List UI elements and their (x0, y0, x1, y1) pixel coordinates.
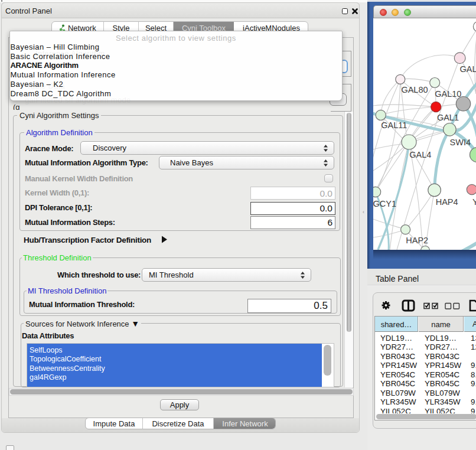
svg-text:HAP2: HAP2 (406, 236, 428, 245)
svg-text:HAP4: HAP4 (436, 197, 458, 207)
svg-text:GAL10: GAL10 (435, 89, 461, 99)
svg-text:GAL11: GAL11 (381, 120, 407, 130)
svg-text:GAL: GAL (460, 64, 476, 74)
svg-text:SWI4: SWI4 (450, 138, 471, 147)
svg-text:GCY1: GCY1 (373, 199, 396, 208)
svg-text:GAL4: GAL4 (409, 150, 431, 159)
svg-text:GAL80: GAL80 (401, 85, 428, 94)
svg-text:Y: Y (472, 197, 476, 207)
svg-text:GAL1: GAL1 (437, 113, 459, 122)
